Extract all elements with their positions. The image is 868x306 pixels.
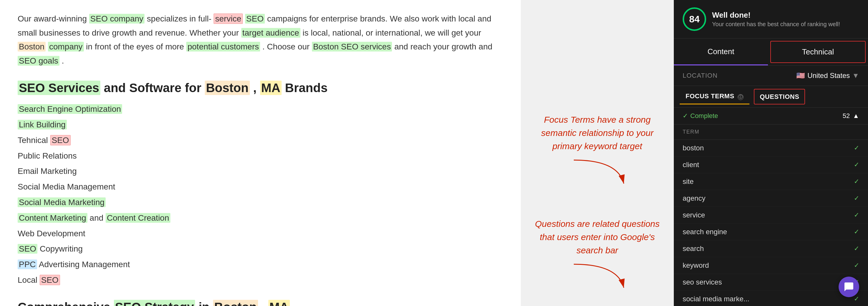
term-row-client[interactable]: client ✓ xyxy=(674,156,868,173)
focus-terms-label: FOCUS TERMS xyxy=(686,92,735,100)
highlight-potential-customers: potential customers xyxy=(186,42,260,52)
highlight-link-building: Link Building xyxy=(18,120,67,129)
list-item-pr: Public Relations xyxy=(18,150,503,163)
complete-badge: ✓ Complete xyxy=(683,112,718,120)
term-row-agency[interactable]: agency ✓ xyxy=(674,190,868,207)
check-search: ✓ xyxy=(854,245,859,252)
term-row-boston[interactable]: boston ✓ xyxy=(674,140,868,156)
heading-comprehensive: Comprehensive SEO Strategy in Boston , M… xyxy=(18,299,503,306)
annotation-area: Focus Terms have a strong semantic relat… xyxy=(521,0,674,306)
list-item-seo: Search Engine Optimization xyxy=(18,103,503,116)
arrow-to-questions xyxy=(565,261,630,297)
list-item-technical: Tehnical SEO xyxy=(18,134,503,147)
highlight-service: service xyxy=(214,13,243,24)
highlight-content-creation: Content Creation xyxy=(105,213,170,223)
term-name-boston: boston xyxy=(683,144,704,152)
score-value: 84 xyxy=(689,14,700,25)
term-row-search[interactable]: search ✓ xyxy=(674,240,868,257)
chat-bubble[interactable] xyxy=(839,277,859,297)
info-icon[interactable]: ⓘ xyxy=(738,94,744,100)
location-select[interactable]: 🇺🇸 United States ▼ xyxy=(796,71,859,80)
list-item-ppc: PPC Advertising Management xyxy=(18,258,503,271)
highlight-ma-h2: MA xyxy=(260,81,282,95)
term-name-search-engine: search engine xyxy=(683,228,727,236)
tab-technical[interactable]: Technical xyxy=(770,41,866,63)
term-count: 52 xyxy=(843,112,850,120)
highlight-social-media-marketing: Social Media Marketing xyxy=(18,197,105,207)
check-icon: ✓ xyxy=(683,112,688,120)
term-row-keyword[interactable]: keyword ✓ xyxy=(674,257,868,274)
list-item-email: Email Marketing xyxy=(18,165,503,178)
score-label: Well done! xyxy=(712,10,840,20)
term-name-service: service xyxy=(683,211,705,219)
annotation-questions: Questions are related questions that use… xyxy=(530,217,665,298)
score-header: 84 Well done! Your content has the best … xyxy=(674,0,868,38)
focus-terms-tab[interactable]: FOCUS TERMS ⓘ xyxy=(680,89,749,104)
list-item-copywriting: SEO Copywriting xyxy=(18,242,503,256)
complete-label: Complete xyxy=(690,112,718,120)
highlight-boston-seo-services: Boston SEO services xyxy=(312,42,392,52)
location-value: United States xyxy=(807,71,850,80)
flag-icon: 🇺🇸 xyxy=(796,71,805,80)
questions-tab[interactable]: QUESTIONS xyxy=(754,89,805,104)
highlight-boston-h2: Boston xyxy=(205,81,250,95)
heading-seo-services: SEO Services and Software for Boston , M… xyxy=(18,80,503,97)
arrow-to-focus-terms xyxy=(565,157,630,192)
list-item-smm: Social Media Marketing xyxy=(18,196,503,209)
intro-paragraph: Our award-winning SEO company specialize… xyxy=(18,12,503,68)
location-label: LOCATION xyxy=(683,72,718,80)
list-item-local-seo: Local SEO xyxy=(18,274,503,287)
highlight-content-marketing: Content Marketing xyxy=(18,213,87,223)
check-service: ✓ xyxy=(854,211,859,219)
list-item-smm-mgmt: Social Media Management xyxy=(18,180,503,193)
check-site: ✓ xyxy=(854,178,859,185)
term-name-site: site xyxy=(683,177,693,186)
content-technical-tabs[interactable]: Content Technical xyxy=(674,38,868,66)
term-row-site[interactable]: site ✓ xyxy=(674,173,868,190)
check-agency: ✓ xyxy=(854,194,859,202)
term-name-social-media: social media marke... xyxy=(683,295,749,303)
highlight-seo-company: SEO company xyxy=(89,14,145,24)
highlight-ppc: PPC xyxy=(18,259,37,269)
term-name-agency: agency xyxy=(683,194,705,203)
list-item-link-building: Link Building xyxy=(18,118,503,131)
highlight-target-audience: target audience xyxy=(241,28,301,38)
right-panel: 84 Well done! Your content has the best … xyxy=(674,0,868,306)
term-row-social-media[interactable]: social media marke... ✓ xyxy=(674,291,868,306)
chevron-down-icon: ▼ xyxy=(852,71,859,80)
highlight-seo-services-h2: SEO Services xyxy=(18,81,100,95)
left-content-panel: Our award-winning SEO company specialize… xyxy=(0,0,521,306)
annotation-focus-terms-text: Focus Terms have a strong semantic relat… xyxy=(530,113,665,153)
term-name-search: search xyxy=(683,245,704,253)
highlight-search-engine-optimization: Search Engine Optimization xyxy=(18,104,122,114)
score-text: Well done! Your content has the best cha… xyxy=(712,10,840,28)
services-list: Search Engine Optimization Link Building… xyxy=(18,103,503,287)
highlight-seo-strategy: SEO Strategy xyxy=(114,300,195,306)
annotation-focus-terms: Focus Terms have a strong semantic relat… xyxy=(530,113,665,193)
check-boston: ✓ xyxy=(854,144,859,152)
check-social-media: ✓ xyxy=(854,295,859,303)
check-keyword: ✓ xyxy=(854,262,859,269)
score-subtext: Your content has the best chance of rank… xyxy=(712,21,840,28)
highlight-boston: Boston xyxy=(18,42,45,52)
highlight-seo-technical: SEO xyxy=(50,135,71,145)
highlight-ma-h3: MA xyxy=(268,300,290,306)
highlight-company: company xyxy=(48,42,84,52)
score-circle: 84 xyxy=(683,7,706,31)
term-row-search-engine[interactable]: search engine ✓ xyxy=(674,224,868,240)
terms-header: TERM xyxy=(674,124,868,140)
list-item-content: Content Marketing and Content Creation xyxy=(18,212,503,225)
list-item-web-dev: Web Development xyxy=(18,227,503,240)
term-row-service[interactable]: service ✓ xyxy=(674,207,868,224)
highlight-seo: SEO xyxy=(245,14,265,24)
check-search-engine: ✓ xyxy=(854,228,859,236)
highlight-seo-copywriting: SEO xyxy=(18,244,37,254)
annotation-questions-text: Questions are related questions that use… xyxy=(530,217,665,257)
term-name-seo-services: seo services xyxy=(683,278,722,286)
check-client: ✓ xyxy=(854,161,859,169)
highlight-local-seo: SEO xyxy=(40,275,60,285)
count-badge: 52 ▲ xyxy=(843,112,859,120)
term-name-keyword: keyword xyxy=(683,261,709,270)
tab-content[interactable]: Content xyxy=(674,38,768,65)
focus-questions-row[interactable]: FOCUS TERMS ⓘ QUESTIONS xyxy=(674,86,868,108)
